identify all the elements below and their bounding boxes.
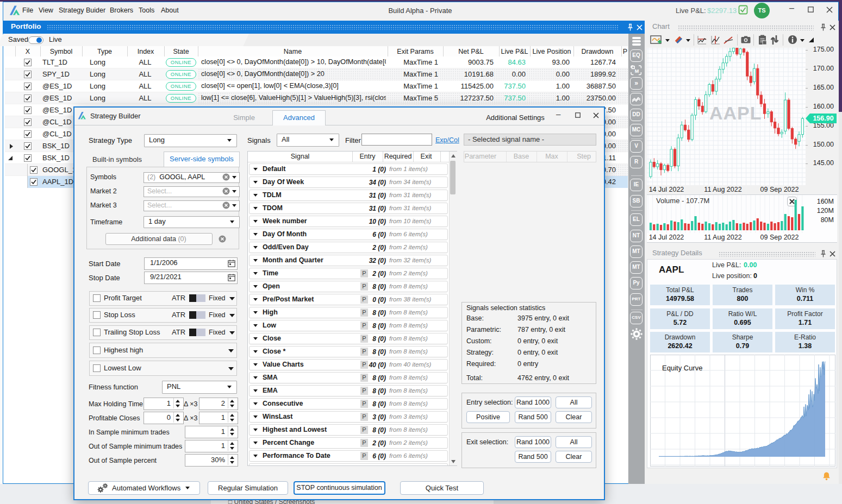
svg-text:M: M xyxy=(635,68,639,74)
